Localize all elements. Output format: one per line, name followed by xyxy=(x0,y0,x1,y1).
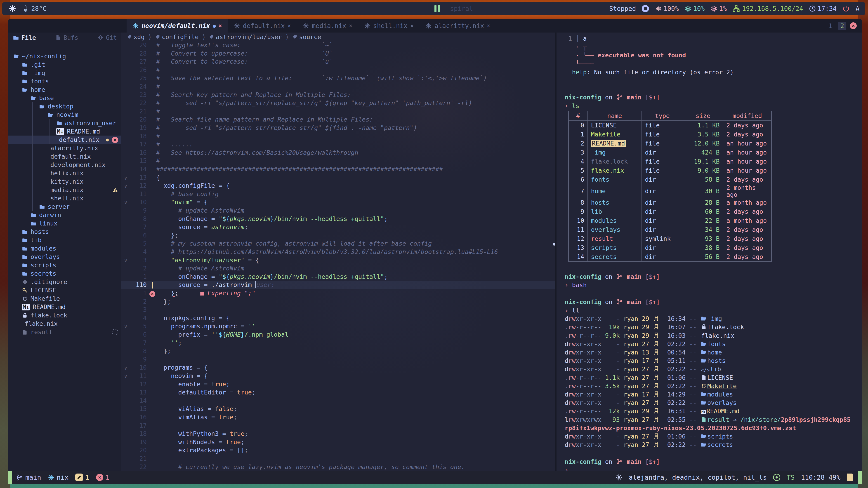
tree-item-media.nix[interactable]: media.nix xyxy=(8,186,121,194)
tree-item-default.nix[interactable]: default.nix xyxy=(8,152,121,161)
editor-line[interactable]: ∨13{ xyxy=(121,173,555,182)
editor-line[interactable]: 7 ''; xyxy=(121,339,555,347)
editor-line[interactable]: 13 defaultEditor = true; xyxy=(121,388,555,397)
editor-line[interactable]: ∨3 "astronvim/lua/user" = { xyxy=(121,256,555,265)
close-buffer-icon[interactable]: × xyxy=(487,22,490,29)
tree-item-.gitignore[interactable]: .gitignore xyxy=(8,278,121,286)
breadcrumb-item-xdg[interactable]: xdg xyxy=(127,33,145,40)
tree-item-~/nix-config[interactable]: ~/nix-config xyxy=(8,52,121,60)
editor-line[interactable]: ∨5 programs.npm.npmrc = '' xyxy=(121,322,555,330)
tree-item-astronvim_user[interactable]: astronvim_user xyxy=(8,119,121,127)
tree-item-Makefile[interactable]: Makefile xyxy=(8,294,121,303)
fold-arrow-icon[interactable]: ∨ xyxy=(121,257,130,265)
error-count[interactable]: 1 xyxy=(105,474,110,481)
tree-item-shell.nix[interactable]: shell.nix xyxy=(8,194,121,202)
tree-item-linux[interactable]: linux xyxy=(8,219,121,228)
editor-line[interactable]: 7 source = astronvim; xyxy=(121,223,555,231)
tree-item-.git[interactable]: .git xyxy=(8,60,121,69)
volume-icon[interactable] xyxy=(655,5,662,12)
stop-icon[interactable] xyxy=(642,5,649,12)
media-pause-icon[interactable] xyxy=(434,5,440,12)
editor-line[interactable]: 19 withNodeJs = true; xyxy=(121,438,555,447)
editor-line[interactable]: 8 onChange = "${pkgs.neovim}/bin/nvim --… xyxy=(121,215,555,223)
fold-arrow-icon[interactable]: ∨ xyxy=(121,323,130,331)
editor-line[interactable]: ∨12 xdg.configFile = { xyxy=(121,182,555,190)
editor-line[interactable]: ∨11 neovim = { xyxy=(121,372,555,380)
editor-line[interactable]: 22# sed -ri "s/pattern_str/replace_str/g… xyxy=(121,99,555,107)
breadcrumb-item-source[interactable]: source xyxy=(292,33,321,40)
editor-pane[interactable]: 29# Toggle text's case: `~` 28# Convert … xyxy=(121,41,555,471)
fold-arrow-icon[interactable]: ∨ xyxy=(121,174,130,182)
editor-line[interactable]: 18# xyxy=(121,132,555,140)
tree-item-alacritty.nix[interactable]: alacritty.nix xyxy=(8,144,121,152)
tree-item-kitty.nix[interactable]: kitty.nix xyxy=(8,177,121,186)
tree-item-flake.lock[interactable]: flake.lock xyxy=(8,311,121,320)
nixos-logo-icon[interactable] xyxy=(8,5,16,12)
editor-line[interactable]: 2 }; xyxy=(121,297,555,306)
editor-line[interactable]: 26# xyxy=(121,66,555,74)
tree-item-_img[interactable]: _img xyxy=(8,69,121,77)
tree-item-overlays[interactable]: overlays xyxy=(8,253,121,261)
editor-line[interactable]: 12 enable = true; xyxy=(121,380,555,389)
tree-item-LICENSE[interactable]: LICENSE xyxy=(8,286,121,294)
editor-line[interactable]: 6 prefix = ''${HOME}/.npm-global xyxy=(121,330,555,339)
tree-item-home[interactable]: home xyxy=(8,86,121,94)
buffer-tab-default.nix[interactable]: default.nix× xyxy=(228,19,297,33)
terminal-pane[interactable]: 1 │ a · ┬ · ╰── executable was not found… xyxy=(557,33,862,471)
tree-item-README.md[interactable]: M↓README.md xyxy=(8,127,121,135)
editor-line[interactable]: 9 # update AstroNvim xyxy=(121,206,555,215)
editor-line[interactable]: 110 source = ./astronvim_user; xyxy=(121,281,555,289)
editor-line[interactable]: 19# sed -ri "s/pattern_str/replace_str/g… xyxy=(121,124,555,132)
editor-line[interactable]: 14######################################… xyxy=(121,165,555,173)
buffer-tab-shell.nix[interactable]: shell.nix× xyxy=(358,19,420,33)
editor-line[interactable]: 15 viAlias = false; xyxy=(121,405,555,413)
editor-line[interactable]: 16 vimAlias = true; xyxy=(121,413,555,422)
editor-line[interactable]: 16# See https://astronvim.com/Basic%20Us… xyxy=(121,149,555,157)
editor-line[interactable]: 25# Save the selected text to a file: `:… xyxy=(121,74,555,83)
close-buffer-icon[interactable]: × xyxy=(349,22,352,29)
editor-line[interactable]: 11 # base config xyxy=(121,190,555,198)
editor-line[interactable]: 2 # update AstroNvim xyxy=(121,264,555,273)
editor-line[interactable]: 4 nixpkgs.config = { xyxy=(121,314,555,322)
tree-item-development.nix[interactable]: development.nix xyxy=(8,161,121,169)
editor-line[interactable]: 22 # currently we use lazy.nvim as neovi… xyxy=(121,463,555,471)
tree-item-helix.nix[interactable]: helix.nix xyxy=(8,169,121,177)
tree-item-secrets[interactable]: secrets xyxy=(8,269,121,278)
tree-item-fonts[interactable]: fonts xyxy=(8,77,121,86)
editor-line[interactable]: 17 xyxy=(121,422,555,430)
editor-line[interactable]: ∨10 programs = { xyxy=(121,363,555,372)
editor-line[interactable]: 5 # my cusotom astronvim config, astronv… xyxy=(121,239,555,248)
editor-line[interactable]: 6 }; xyxy=(121,231,555,240)
tree-item-default.nix[interactable]: default.nix●× xyxy=(8,135,121,144)
editor-line[interactable]: 29# Toggle text's case: `~` xyxy=(121,41,555,50)
close-buffer-icon[interactable]: × xyxy=(410,22,414,29)
tab-bufs[interactable]: Bufs xyxy=(55,34,78,41)
close-buffer-icon[interactable]: × xyxy=(287,22,291,29)
modified-count[interactable]: 1 xyxy=(85,474,89,481)
tree-item-flake.nix[interactable]: flake.nix xyxy=(8,320,121,328)
tree-item-base[interactable]: base xyxy=(8,94,121,102)
tree-item-darwin[interactable]: darwin xyxy=(8,211,121,219)
tabpage-2[interactable]: 2 xyxy=(838,22,846,30)
breadcrumb-item-astronvim/lua/user[interactable]: astronvim/lua/user xyxy=(209,33,282,40)
editor-line[interactable]: 24# xyxy=(121,83,555,91)
tab-git[interactable]: Git xyxy=(97,34,117,41)
tab-file[interactable]: File xyxy=(13,34,36,41)
close-icon[interactable]: × xyxy=(112,137,118,143)
editor-line[interactable]: 21# xyxy=(121,107,555,116)
tree-item-neovim[interactable]: neovim xyxy=(8,110,121,119)
git-branch[interactable]: main xyxy=(25,474,41,481)
editor-line[interactable]: 3 xyxy=(121,306,555,314)
buffer-tab-neovim/default.nix[interactable]: neovim/default.nix●× xyxy=(127,19,228,33)
fold-arrow-icon[interactable]: ∨ xyxy=(121,182,130,191)
fold-arrow-icon[interactable]: ∨ xyxy=(121,372,130,381)
tree-item-hosts[interactable]: hosts xyxy=(8,228,121,236)
editor-line[interactable]: 21 xyxy=(121,455,555,463)
editor-line[interactable]: 17# ...... xyxy=(121,140,555,149)
buffer-tab-media.nix[interactable]: media.nix× xyxy=(297,19,358,33)
fold-arrow-icon[interactable]: ∨ xyxy=(121,199,130,207)
editor-line[interactable]: 27# Convert to lowercase: `u` xyxy=(121,58,555,66)
tree-item-result[interactable]: result xyxy=(8,328,121,336)
editor-line[interactable]: 1 onChange = "${pkgs.neovim}/bin/nvim --… xyxy=(121,273,555,281)
buffer-tab-alacritty.nix[interactable]: alacritty.nix× xyxy=(420,19,496,33)
